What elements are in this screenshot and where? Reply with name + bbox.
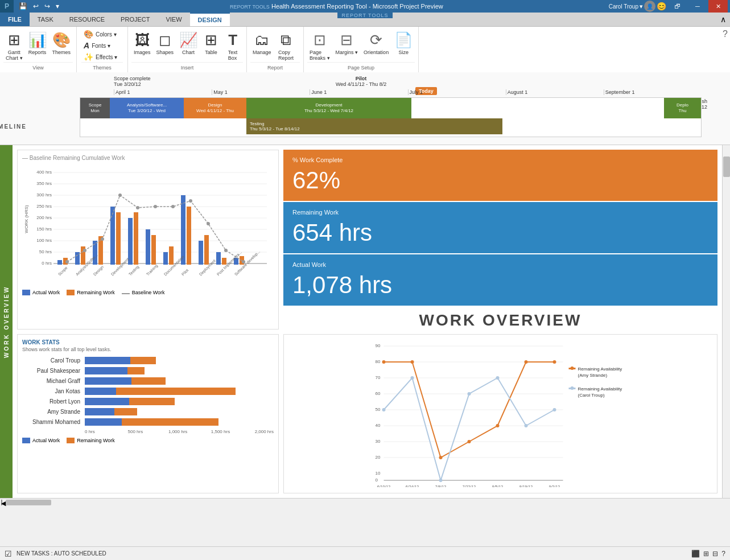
status-bar-right: ⬛ ⊞ ⊟ ? — [691, 550, 725, 558]
app-wrapper: P 💾 ↩ ↪ ▾ REPORT TOOLS Health Assessment… — [0, 0, 730, 560]
svg-text:Design: Design — [93, 265, 105, 277]
people-legend-remaining: Remaining Work — [67, 438, 114, 443]
scrollbar-thumb[interactable] — [723, 157, 730, 177]
undo-button[interactable]: ↩ — [31, 2, 40, 11]
table-button[interactable]: ⊞ Table — [201, 30, 221, 56]
task-icon: ☑ — [5, 549, 12, 558]
person-row-amy: Amy Strande — [22, 408, 274, 415]
legend-baseline-work-color — [122, 293, 130, 294]
copy-report-button[interactable]: ⧉ CopyReport — [276, 30, 296, 62]
themes-button[interactable]: 🎨 Themes — [50, 30, 73, 56]
margins-button[interactable]: ⊟ Margins ▾ — [333, 30, 361, 56]
fonts-button[interactable]: A Fonts ▾ — [81, 40, 123, 51]
tab-design[interactable]: DESIGN — [190, 13, 230, 26]
manage-button[interactable]: 🗂 Manage — [250, 30, 274, 56]
tab-file[interactable]: FILE — [0, 13, 30, 26]
stat-box-work-complete: % Work Complete 62% — [283, 150, 717, 201]
carol-remaining-bar — [130, 357, 156, 364]
report-group-label: Report — [250, 62, 300, 71]
close-button[interactable]: ✕ — [708, 0, 728, 13]
svg-text:30: 30 — [376, 439, 381, 444]
horizontal-scrollbar[interactable]: ◀ — [0, 498, 730, 506]
window-title: REPORT TOOLS Health Assessment Reporting… — [64, 3, 609, 10]
colors-button[interactable]: 🎨 Colors ▾ — [81, 29, 123, 39]
chart-button[interactable]: 📈 Chart — [177, 30, 200, 56]
svg-text:200 hrs: 200 hrs — [36, 215, 52, 220]
shapes-button[interactable]: ◻ Shapes — [154, 30, 176, 56]
tab-view[interactable]: VIEW — [158, 13, 189, 26]
svg-text:7/22/12: 7/22/12 — [463, 485, 476, 487]
tab-resource[interactable]: RESOURCE — [61, 13, 113, 26]
size-button[interactable]: 📄 Size — [392, 30, 415, 56]
jan-remaining-bar — [116, 388, 236, 395]
report-tools-label: REPORT TOOLS — [337, 13, 393, 18]
legend-baseline-work: Baseline Work — [122, 290, 165, 295]
ribbon-help-button[interactable]: ? — [720, 27, 730, 72]
redo-button[interactable]: ↪ — [43, 2, 52, 11]
ribbon-body: ⊞ GanttChart ▾ 📊 Reports 🎨 Themes View 🎨 — [0, 27, 730, 72]
svg-text:0 hrs: 0 hrs — [42, 261, 52, 266]
save-button[interactable]: 💾 — [17, 2, 29, 11]
svg-text:350 hrs: 350 hrs — [36, 181, 52, 186]
svg-rect-28 — [110, 207, 115, 265]
svg-text:50 hrs: 50 hrs — [39, 249, 52, 254]
h-scrollbar-thumb[interactable] — [6, 500, 51, 505]
ribbon-group-report: 🗂 Manage ⧉ CopyReport Report — [247, 27, 304, 72]
svg-text:(Amy Strande): (Amy Strande) — [578, 373, 608, 378]
svg-rect-44 — [204, 235, 209, 265]
reports-button[interactable]: 📊 Reports — [26, 30, 49, 56]
svg-rect-40 — [181, 195, 185, 265]
scroll-left-arrow[interactable]: ◀ — [1, 500, 2, 505]
insert-group-label: Insert — [131, 62, 243, 71]
svg-rect-34 — [146, 229, 150, 265]
status-icon-2: ⊞ — [703, 550, 709, 558]
timeline-months: April 1 May 1 June 1 July 1 August 1 Sep… — [114, 89, 702, 95]
vertical-scrollbar[interactable] — [722, 145, 730, 498]
content-area[interactable]: TIMELINE Scope complete Tue 3/20/12 Pilo… — [0, 72, 730, 546]
svg-point-95 — [553, 408, 556, 411]
svg-text:9/2/12: 9/2/12 — [549, 485, 560, 487]
orientation-button[interactable]: ⟳ Orientation — [361, 30, 391, 56]
baseline-label: — Baseline Remaining Cumulative Work — [22, 155, 274, 161]
svg-text:Remaining Availability: Remaining Availability — [578, 386, 622, 392]
svg-text:(Carol Troup): (Carol Troup) — [578, 393, 605, 398]
amy-actual-bar — [85, 408, 114, 415]
svg-rect-43 — [199, 241, 203, 265]
user-area[interactable]: Carol Troup ▾ 👤 😊 🗗 ─ ✕ — [609, 0, 730, 13]
people-chart-legend: Actual Work Remaining Work — [22, 438, 274, 443]
svg-text:7/8/12: 7/8/12 — [435, 485, 447, 487]
customize-qa-button[interactable]: ▾ — [54, 2, 61, 11]
timeline-section: TIMELINE Scope complete Tue 3/20/12 Pilo… — [0, 72, 730, 145]
svg-text:90: 90 — [376, 343, 381, 348]
tab-project[interactable]: PROJECT — [113, 13, 158, 26]
people-legend-actual: Actual Work — [22, 438, 60, 443]
svg-point-87 — [525, 360, 528, 364]
tab-task[interactable]: TASK — [30, 13, 61, 26]
svg-rect-38 — [169, 246, 174, 265]
minimize-button[interactable]: ─ — [688, 0, 707, 13]
ribbon-collapse-button[interactable]: ∧ — [716, 13, 730, 26]
page-breaks-button[interactable]: ⊡ PageBreaks ▾ — [307, 30, 332, 62]
restore-button[interactable]: 🗗 — [667, 0, 687, 13]
bottom-row: WORK STATS Shows work stats for all top … — [17, 334, 717, 493]
svg-rect-35 — [151, 235, 156, 265]
svg-text:70: 70 — [376, 375, 381, 380]
effects-button[interactable]: ✨ Effects ▾ — [81, 52, 123, 62]
top-row: — Baseline Remaining Cumulative Work 400… — [17, 150, 717, 330]
timeline-bar-deploy: DeploThu — [664, 98, 701, 118]
people-chart-title: WORK STATS — [22, 339, 274, 345]
shammi-actual-bar — [85, 418, 122, 426]
ribbon-tabs-row: FILE TASK RESOURCE PROJECT VIEW DESIGN R… — [0, 13, 730, 27]
legend-actual-work-color — [22, 290, 30, 295]
status-icon-3: ⊟ — [712, 550, 718, 558]
svg-text:6/24/12: 6/24/12 — [406, 485, 419, 487]
svg-text:Scope: Scope — [57, 266, 69, 277]
images-button[interactable]: 🖼 Images — [131, 30, 153, 56]
gantt-chart-button[interactable]: ⊞ GanttChart ▾ — [3, 30, 25, 62]
people-bars-container: Carol Troup Paul Shakespear — [22, 357, 274, 426]
svg-text:8/5/12: 8/5/12 — [492, 485, 504, 487]
svg-rect-31 — [128, 218, 133, 265]
textbox-button[interactable]: T TextBox — [222, 30, 243, 62]
legend-actual-work: Actual Work — [22, 290, 60, 295]
person-row-jan: Jan Kotas — [22, 388, 274, 395]
